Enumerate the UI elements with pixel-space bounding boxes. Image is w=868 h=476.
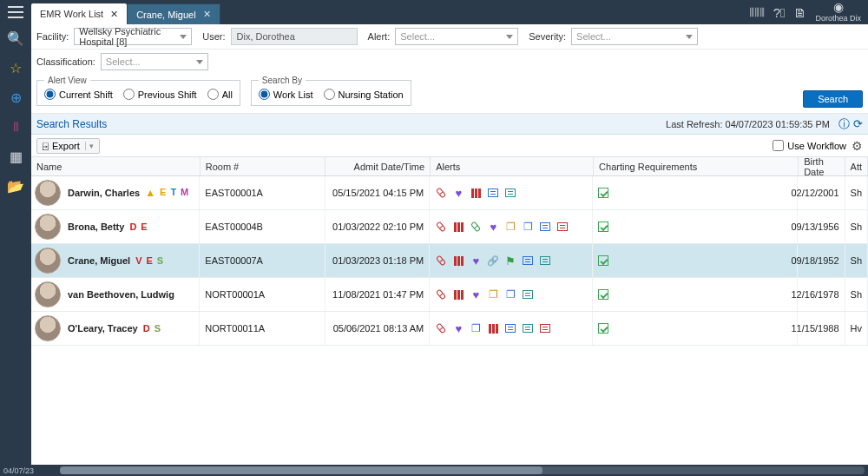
clipboard-icon[interactable]: 🗎	[793, 5, 806, 20]
table-row[interactable]: Brona, BettyDEEAST00004B01/03/2022 02:10…	[31, 210, 868, 244]
col-chart[interactable]: Charting Requirements	[594, 157, 799, 175]
refresh-icon[interactable]: ⟳	[853, 117, 863, 130]
search-button[interactable]: Search	[803, 90, 863, 108]
alert-select[interactable]: Select...	[395, 28, 518, 45]
charting-cell	[593, 210, 798, 243]
radio-current-shift[interactable]: Current Shift	[44, 89, 113, 100]
last-refresh-label: Last Refresh: 04/07/2023 01:59:35 PM	[666, 119, 830, 129]
severity-label: Severity:	[529, 31, 566, 42]
table-row[interactable]: O'Leary, TraceyDSNORT00011A05/06/2021 08…	[31, 312, 868, 346]
heart-icon[interactable]	[470, 288, 482, 301]
birth-cell: 11/15/1988	[798, 312, 845, 345]
avatar	[35, 315, 61, 341]
favorites-icon[interactable]: ☆	[7, 59, 24, 76]
document-icon[interactable]	[487, 288, 499, 301]
pill-icon[interactable]	[470, 221, 482, 233]
analytics-icon[interactable]: ⫴	[7, 118, 24, 136]
link-icon[interactable]	[487, 255, 499, 267]
radio-all[interactable]: All	[207, 89, 233, 100]
close-icon[interactable]: ✕	[110, 9, 118, 20]
pill-icon[interactable]	[435, 322, 447, 334]
alerts-cell	[430, 278, 593, 311]
help-icon[interactable]: ?⃝	[773, 5, 786, 20]
chevron-down-icon[interactable]: ▾	[85, 142, 94, 150]
use-workflow-label: Use Workflow	[787, 141, 846, 151]
list-box-icon[interactable]	[522, 288, 534, 301]
alert-view-fieldset: Alert View Current Shift Previous Shift …	[36, 76, 240, 106]
document-icon[interactable]	[504, 221, 516, 233]
close-icon[interactable]: ✕	[203, 9, 211, 20]
export-button[interactable]: ⍈ Export ▾	[36, 138, 100, 154]
col-room[interactable]: Room #	[201, 157, 326, 175]
hamburger-menu[interactable]	[0, 0, 31, 24]
table-row[interactable]: van Beethoven, LudwigNORT00001A11/08/202…	[31, 278, 868, 312]
filter-row-2: Classification: Select...	[31, 50, 868, 72]
bars-icon[interactable]	[452, 288, 464, 301]
room-cell: EAST00004B	[200, 210, 325, 243]
barcode-icon[interactable]: ⦀⦀⦀	[749, 4, 765, 20]
radio-previous-shift[interactable]: Previous Shift	[123, 89, 197, 100]
grid-icon[interactable]: ▦	[7, 148, 24, 165]
list-box-icon[interactable]	[539, 221, 551, 233]
severity-select[interactable]: Select...	[571, 28, 698, 45]
col-alerts[interactable]: Alerts	[431, 157, 594, 175]
flag-E: E	[160, 187, 166, 199]
current-user[interactable]: ◉ Dorothea Dix	[815, 1, 861, 23]
flag-icon[interactable]	[504, 255, 516, 267]
list-box-icon[interactable]	[504, 187, 516, 199]
search-icon[interactable]: 🔍	[7, 30, 24, 47]
classification-label: Classification:	[36, 56, 95, 67]
info-icon[interactable]: ⓘ	[838, 116, 850, 132]
horizontal-scrollbar[interactable]	[60, 466, 865, 474]
bars-icon[interactable]	[452, 255, 464, 267]
heart-icon[interactable]	[452, 322, 464, 334]
list-box-icon[interactable]	[522, 255, 534, 267]
use-workflow-toggle[interactable]: Use Workflow	[773, 140, 846, 151]
export-label: Export	[52, 141, 80, 151]
bars-icon[interactable]	[470, 187, 482, 199]
col-birth[interactable]: Birth Date	[799, 157, 845, 175]
col-admit[interactable]: Admit Date/Time	[326, 157, 431, 175]
heart-icon[interactable]	[487, 221, 499, 233]
bars-icon[interactable]	[487, 322, 499, 334]
document-icon[interactable]	[504, 288, 516, 301]
document-icon[interactable]	[470, 322, 482, 334]
orders-icon[interactable]: ⊕	[7, 89, 24, 106]
pill-icon[interactable]	[435, 255, 447, 267]
tab-1[interactable]: Crane, Miguel✕	[127, 3, 220, 24]
list-box-icon[interactable]	[504, 322, 516, 334]
table-row[interactable]: Darwin, CharlesETMEAST00001A05/15/2021 0…	[31, 176, 868, 210]
list-box-icon[interactable]	[539, 322, 551, 334]
list-box-icon[interactable]	[522, 322, 534, 334]
list-box-icon[interactable]	[539, 255, 551, 267]
room-cell: NORT00011A	[200, 312, 325, 345]
radio-nursing-station[interactable]: Nursing Station	[324, 89, 404, 100]
patient-name: Crane, Miguel	[68, 255, 130, 266]
pill-icon[interactable]	[435, 187, 447, 199]
facility-select[interactable]: Wellsky Psychiatric Hospital [8]	[74, 28, 192, 45]
radio-work-list[interactable]: Work List	[259, 89, 313, 100]
flag-D: D	[143, 323, 150, 334]
folder-open-icon[interactable]: 📂	[7, 177, 24, 195]
table-row[interactable]: Crane, MiguelVESEAST00007A01/03/2023 01:…	[31, 244, 868, 278]
grid-header: Name Room # Admit Date/Time Alerts Chart…	[31, 157, 868, 176]
document-icon[interactable]	[522, 221, 534, 233]
list-box-icon[interactable]	[487, 187, 499, 199]
gear-icon[interactable]: ⚙	[852, 139, 863, 153]
avatar	[35, 281, 61, 307]
classification-select[interactable]: Select...	[101, 53, 208, 70]
col-name[interactable]: Name	[31, 157, 201, 175]
pill-icon[interactable]	[435, 288, 447, 301]
heart-icon[interactable]	[452, 187, 464, 199]
col-att[interactable]: Att	[845, 157, 868, 175]
admit-cell: 01/03/2022 02:10 PM	[326, 210, 430, 243]
admit-cell: 05/06/2021 08:13 AM	[326, 312, 430, 345]
heart-icon[interactable]	[470, 255, 482, 267]
list-box-icon[interactable]	[556, 221, 569, 233]
bars-icon[interactable]	[452, 221, 464, 233]
admit-cell: 11/08/2021 01:47 PM	[326, 278, 430, 311]
check-icon	[598, 289, 608, 300]
pill-icon[interactable]	[435, 221, 447, 233]
tab-0[interactable]: EMR Work List✕	[31, 3, 127, 24]
birth-cell: 02/12/2001	[798, 176, 845, 209]
